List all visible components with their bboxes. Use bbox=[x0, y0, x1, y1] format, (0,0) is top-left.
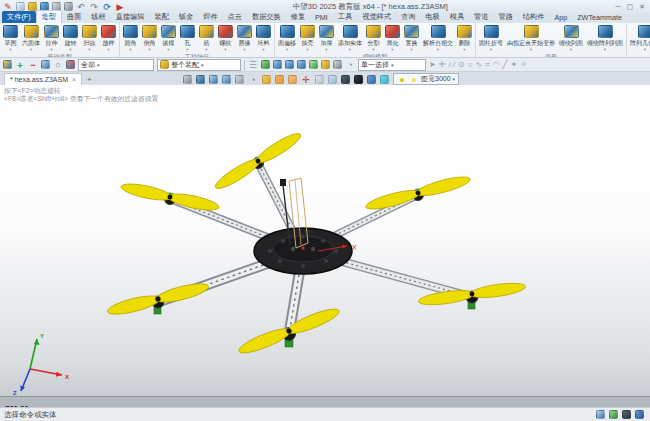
folder-open-icon[interactable] bbox=[321, 60, 330, 69]
sketch-button[interactable]: 草图▾ bbox=[2, 24, 19, 52]
menu-tab[interactable]: 查询 bbox=[396, 11, 420, 23]
replace-button[interactable]: 置换▾ bbox=[403, 24, 420, 52]
pick-edge-icon[interactable]: ∕ bbox=[454, 60, 455, 70]
split-button[interactable]: 分割▾ bbox=[365, 24, 382, 52]
pick-spline-icon[interactable]: ≈ bbox=[485, 60, 489, 70]
cylindrical-bend-button[interactable]: 圆柱折弯▾ bbox=[478, 24, 504, 52]
stock-button[interactable]: 坯料▾ bbox=[255, 24, 272, 52]
window-split-icon[interactable] bbox=[328, 75, 337, 84]
entity-manager-icon[interactable] bbox=[3, 60, 12, 69]
menu-tab[interactable]: 文件(F) bbox=[2, 11, 36, 23]
zoom-fit-icon[interactable] bbox=[209, 75, 218, 84]
sweep-button[interactable]: 扫掠▾ bbox=[81, 24, 98, 52]
browser-icon[interactable] bbox=[333, 60, 342, 69]
rotate-view-icon[interactable]: ◔ bbox=[248, 75, 258, 84]
center-plate[interactable] bbox=[254, 228, 352, 274]
status-grid-icon[interactable] bbox=[596, 410, 605, 419]
menu-tab[interactable]: 电极 bbox=[420, 11, 444, 23]
pick-scope-combo[interactable]: 整个装配▾ bbox=[157, 59, 241, 71]
redo-icon[interactable]: ↷ bbox=[89, 2, 99, 11]
chamfer-button[interactable]: 倒角▾ bbox=[141, 24, 158, 52]
add-body-button[interactable]: 添加实体▾ bbox=[337, 24, 363, 52]
bulb-yellow-icon[interactable]: ● bbox=[409, 75, 419, 84]
pick-circle-icon[interactable]: ⊙ bbox=[458, 60, 465, 70]
pick-arc-icon[interactable]: ○ bbox=[468, 60, 473, 70]
pick-point-icon[interactable]: ➤ bbox=[429, 60, 436, 70]
view-restore-icon[interactable] bbox=[183, 75, 192, 84]
zoom-window-icon[interactable] bbox=[222, 75, 231, 84]
menu-tab[interactable]: 曲面 bbox=[62, 11, 86, 23]
status-layer-icon[interactable] bbox=[609, 410, 618, 419]
pick-curve-icon[interactable]: ∿ bbox=[476, 60, 483, 70]
status-monitor-icon[interactable] bbox=[622, 410, 631, 419]
minimize-icon[interactable]: ─ bbox=[616, 3, 621, 11]
window-pick-icon[interactable] bbox=[41, 60, 50, 69]
menu-tab[interactable]: 造型 bbox=[36, 10, 62, 23]
wrap-to-face-button[interactable]: 缠绕到面▾ bbox=[558, 24, 584, 52]
new-file-icon[interactable] bbox=[16, 2, 25, 11]
orange-box-icon[interactable] bbox=[288, 75, 297, 84]
view-width-box[interactable]: ●●图宽3000▾ bbox=[393, 73, 459, 85]
undo-icon[interactable]: ↶ bbox=[76, 2, 86, 11]
pick-line-icon[interactable]: / bbox=[448, 60, 450, 70]
pick-shape-icon[interactable]: ✦ bbox=[510, 60, 517, 70]
window-frame-icon[interactable] bbox=[315, 75, 324, 84]
thicken-button[interactable]: 加厚▾ bbox=[318, 24, 335, 52]
pick-component-icon[interactable]: ✧ bbox=[520, 60, 527, 70]
extrude-button[interactable]: 拉伸▾ bbox=[43, 24, 60, 52]
loft-button[interactable]: 放样▾ bbox=[100, 24, 117, 52]
maximize-icon[interactable]: ▢ bbox=[627, 3, 634, 11]
3d-model-hexacopter[interactable]: X bbox=[0, 85, 650, 396]
resolve-self-intersection-button[interactable]: 解析自相交▾ bbox=[422, 24, 454, 52]
chevron-down-icon[interactable]: ▾ bbox=[201, 62, 204, 68]
new-tab-button[interactable]: + bbox=[82, 74, 97, 85]
pick-mode-combo[interactable]: 单一选择▾ bbox=[358, 59, 426, 71]
wrap-pattern-to-face-button[interactable]: 缠绕阵列到面▾ bbox=[586, 24, 624, 52]
remove-pick-icon[interactable]: − bbox=[28, 60, 38, 69]
menu-tab[interactable]: 数据交换 bbox=[247, 11, 286, 23]
menu-tab[interactable]: 点云 bbox=[223, 11, 247, 23]
plane-yz-icon[interactable] bbox=[297, 60, 306, 69]
menu-tab[interactable]: App bbox=[549, 12, 572, 23]
menu-tab[interactable]: 结构件 bbox=[518, 11, 550, 23]
play-icon[interactable]: ▶ bbox=[115, 2, 125, 11]
view-cube-icon[interactable] bbox=[196, 75, 205, 84]
viewport-3d[interactable]: 按下<F2>动态旋转 <F8>或者<Shift+roll> 查看下一个有效的过滤… bbox=[0, 85, 650, 396]
chevron-down-icon[interactable]: ▾ bbox=[453, 76, 456, 82]
monitor-icon[interactable] bbox=[341, 75, 350, 84]
propeller-upper-right[interactable] bbox=[364, 173, 471, 213]
simplify-button[interactable]: 简化▾ bbox=[384, 24, 401, 52]
regen-icon[interactable]: ⟳ bbox=[102, 2, 112, 11]
axis-triad-icon[interactable] bbox=[262, 75, 271, 84]
draft-button[interactable]: 拔模▾ bbox=[160, 24, 177, 52]
menu-tab[interactable]: 装配 bbox=[149, 11, 173, 23]
thread-button[interactable]: 螺纹▾ bbox=[217, 24, 234, 52]
menu-tab[interactable]: 钣金 bbox=[174, 11, 198, 23]
lip-button[interactable]: 唇缘▾ bbox=[236, 24, 253, 52]
status-units-icon[interactable] bbox=[635, 410, 644, 419]
menu-tab[interactable]: 模具 bbox=[445, 11, 469, 23]
chevron-down-icon[interactable]: ▾ bbox=[391, 62, 394, 68]
history-icon[interactable]: ◔ bbox=[345, 60, 355, 69]
menu-tab[interactable]: 工具 bbox=[333, 11, 357, 23]
face-offset-button[interactable]: 面偏移▾ bbox=[277, 24, 297, 52]
chevron-down-icon[interactable]: ▾ bbox=[97, 62, 100, 68]
delete-button[interactable]: 删除▾ bbox=[456, 24, 473, 52]
propeller-upper-left[interactable] bbox=[120, 181, 220, 214]
document-tab[interactable]: * hexa.ass.Z3ASM × bbox=[4, 73, 82, 85]
crosshair-icon[interactable]: ✛ bbox=[301, 75, 311, 84]
close-tab-icon[interactable]: × bbox=[72, 76, 76, 83]
assembly-scope-icon[interactable] bbox=[160, 60, 169, 69]
datum-insert-icon[interactable] bbox=[309, 60, 318, 69]
pick-region-icon[interactable] bbox=[261, 60, 270, 69]
deform-by-point-button[interactable]: 由指定点开始变形▾ bbox=[506, 24, 556, 52]
list-filter-icon[interactable]: ☰ bbox=[248, 60, 258, 69]
menu-tab[interactable]: 视觉样式 bbox=[357, 11, 396, 23]
circle-pick-icon[interactable]: ○ bbox=[53, 60, 63, 69]
style-pen-icon[interactable]: ✎ bbox=[3, 2, 13, 11]
black-screen-icon[interactable] bbox=[354, 75, 363, 84]
shell-button[interactable]: 抽壳▾ bbox=[299, 24, 316, 52]
pattern-geometry-button[interactable]: 阵列几何体▾ bbox=[629, 24, 650, 52]
block-button[interactable]: 六面体▾ bbox=[21, 24, 41, 52]
menu-tab[interactable]: 线框 bbox=[86, 11, 110, 23]
